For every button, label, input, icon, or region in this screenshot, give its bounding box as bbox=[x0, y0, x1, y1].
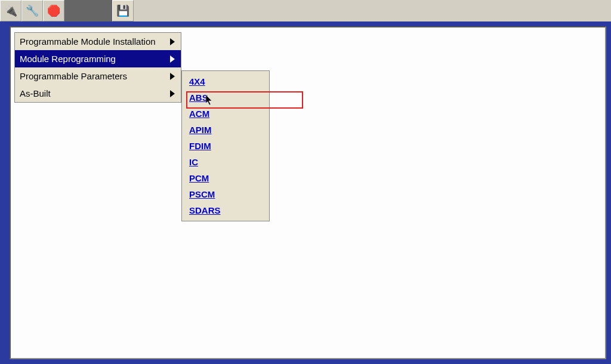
menu-item-pmi[interactable]: Programmable Module Installation bbox=[15, 33, 181, 50]
sub-item-apim[interactable]: APIM bbox=[182, 122, 269, 138]
sub-item-acm[interactable]: ACM bbox=[182, 106, 269, 122]
menu-label: Module Reprogramming bbox=[20, 54, 116, 64]
sub-item-4x4[interactable]: 4X4 bbox=[182, 73, 269, 90]
menu-item-programmable-parameters[interactable]: Programmable Parameters bbox=[15, 67, 181, 85]
chevron-right-icon bbox=[170, 73, 175, 80]
sub-item-pcm[interactable]: PCM bbox=[182, 170, 269, 186]
sub-item-sdars[interactable]: SDARS bbox=[182, 202, 269, 218]
content-area: Programmable Module Installation Module … bbox=[10, 26, 606, 359]
sub-item-ic[interactable]: IC bbox=[182, 154, 269, 170]
sub-item-fdim[interactable]: FDIM bbox=[182, 138, 269, 154]
wrench-icon: 🔧 bbox=[26, 4, 39, 17]
app-frame: 🔌 🔧 🛑 💾 Programmable Module Installation… bbox=[0, 0, 611, 364]
plug-icon: 🔌 bbox=[4, 4, 17, 17]
toolbar-btn-stop[interactable]: 🛑 bbox=[43, 0, 64, 21]
toolbar-gap bbox=[64, 0, 112, 21]
stop-icon: 🛑 bbox=[47, 4, 60, 17]
disk-icon: 💾 bbox=[116, 4, 129, 17]
menu-item-as-built[interactable]: As-Built bbox=[15, 85, 181, 102]
chevron-right-icon bbox=[170, 38, 175, 45]
toolbar-btn-save[interactable]: 💾 bbox=[112, 0, 134, 21]
toolbar-btn-connect[interactable]: 🔌 bbox=[0, 0, 21, 21]
menu-label: Programmable Parameters bbox=[20, 71, 127, 81]
toolbar-btn-tool[interactable]: 🔧 bbox=[21, 0, 43, 21]
toolbar: 🔌 🔧 🛑 💾 bbox=[0, 0, 611, 21]
chevron-right-icon bbox=[170, 90, 175, 97]
sub-item-abs[interactable]: ABS bbox=[182, 90, 269, 106]
chevron-right-icon bbox=[170, 55, 175, 63]
sub-item-pscm[interactable]: PSCM bbox=[182, 186, 269, 202]
main-menu: Programmable Module Installation Module … bbox=[14, 32, 181, 103]
menu-label: As-Built bbox=[20, 88, 51, 98]
sub-menu: 4X4 ABS ACM APIM FDIM IC PCM PSCM SDARS bbox=[181, 70, 270, 221]
menu-item-module-reprogramming[interactable]: Module Reprogramming bbox=[15, 50, 181, 67]
menu-label: Programmable Module Installation bbox=[20, 36, 156, 47]
